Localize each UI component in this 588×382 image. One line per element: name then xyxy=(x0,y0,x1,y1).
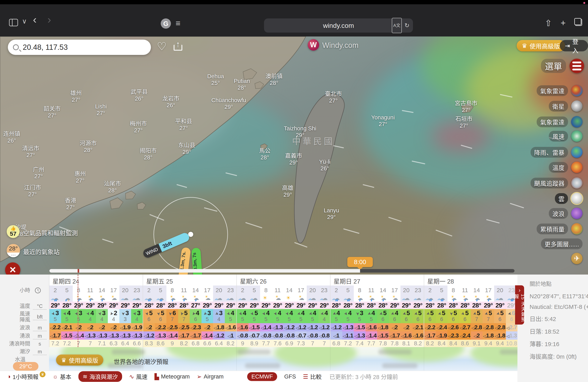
hour-cell[interactable]: 23 xyxy=(412,286,424,294)
hour-cell[interactable]: 20 xyxy=(213,286,225,294)
premium-button[interactable]: ♛ 使用高級版 xyxy=(517,40,565,51)
day-column-2[interactable]: 星期五 252581114172023☁☁☁☁☀☁☀☁☀☁☀☁☁☁☁☁28°28… xyxy=(143,274,236,347)
share-icon[interactable]: ⇧ xyxy=(545,18,552,28)
hour-cell[interactable]: 17 xyxy=(389,286,401,294)
hour-cell[interactable]: 8 xyxy=(167,286,178,294)
hour-cell[interactable]: 8 xyxy=(73,286,84,294)
forecast-table[interactable]: 星期四 242581114172023☁☁☁⚡☀☁☀☁☀☁☀☁☁☁☁☁29°28… xyxy=(49,274,517,347)
hour-cell[interactable]: 11 xyxy=(178,286,190,294)
tab-meteogram[interactable]: ▙ Meteogram xyxy=(154,373,190,380)
day-column-1[interactable]: 星期四 242581114172023☁☁☁⚡☀☁☀☁☀☁☀☁☁☁☁☁29°28… xyxy=(49,274,143,347)
hour-cell[interactable]: 11 xyxy=(84,286,96,294)
favorite-heart-icon[interactable]: ♡ xyxy=(157,40,167,53)
hour-cell[interactable]: 14 xyxy=(190,286,202,294)
hour-cell[interactable]: 20 xyxy=(494,286,506,294)
unit-wind[interactable]: bft xyxy=(33,314,47,320)
weather-station-badge[interactable]: 28° --- xyxy=(7,244,20,257)
hour-cell[interactable]: 5 xyxy=(436,286,448,294)
unit-tide[interactable]: m xyxy=(33,349,47,355)
hour-cell[interactable]: 14 xyxy=(471,286,483,294)
hour-cell[interactable]: 2 xyxy=(49,286,61,294)
hour-cell[interactable]: 23 xyxy=(225,286,237,294)
hour-cell[interactable]: 17 xyxy=(483,286,494,294)
hour-cell[interactable]: 8 xyxy=(260,286,272,294)
unit-temp[interactable]: °C xyxy=(33,303,47,310)
address-bar[interactable]: windy.com A文 ↻ xyxy=(264,19,413,33)
translate-icon[interactable]: A文 xyxy=(392,18,402,33)
layer-item-7[interactable]: 颶風追蹤器 xyxy=(531,177,583,189)
tab-basic[interactable]: ☼ 基本 xyxy=(53,372,71,381)
hour-cell[interactable]: 20 xyxy=(307,286,318,294)
layer-item-4[interactable]: 風速 xyxy=(549,130,583,142)
hour-cell[interactable]: 14 xyxy=(96,286,108,294)
day-column-5[interactable]: 星期一 282581114172023☁☁☁☁☀☁☀☁☀☁☀☁☁☁☁☁28°28… xyxy=(424,274,517,347)
forward-button[interactable]: › xyxy=(47,16,51,23)
hour-cell[interactable]: 20 xyxy=(400,286,412,294)
layer-item-6[interactable]: 溫度 xyxy=(549,161,583,174)
weather-icon-cell: ☁☁ xyxy=(494,294,506,302)
hour-cell[interactable]: 11 xyxy=(366,286,377,294)
day-column-4[interactable]: 星期日 272581114172023☁☁☁☁☀☁☀☁☀☁☀☁☁☁☁☁28°28… xyxy=(330,274,424,347)
hour-cell[interactable]: 2 xyxy=(143,286,155,294)
hour-cell[interactable]: 2 xyxy=(331,286,342,294)
sidebar-toggle-icon[interactable] xyxy=(9,19,18,26)
hour-cell[interactable]: 23 xyxy=(318,286,330,294)
search-box[interactable]: 20.48, 117.53 xyxy=(8,40,151,55)
tide-premium-button[interactable]: ♛ 使用高級版 xyxy=(56,355,103,365)
tab-wind-speed[interactable]: ∿ 風速 xyxy=(129,372,147,381)
tabs-overview-icon[interactable] xyxy=(574,18,582,26)
layer-item-3[interactable]: 氣象雷達 xyxy=(537,115,583,128)
layer-item-9[interactable]: 波浪 xyxy=(549,207,583,220)
swell-cell: ◁1.3 xyxy=(354,331,366,340)
unit-wave[interactable]: m xyxy=(33,325,47,331)
time-bubble[interactable]: 8:00 xyxy=(347,257,373,267)
hour-cell[interactable]: 20 xyxy=(119,286,131,294)
site-favicon[interactable]: G xyxy=(161,19,171,29)
model-gfs-button[interactable]: GFS xyxy=(284,373,296,380)
hour-cell[interactable]: 8 xyxy=(354,286,366,294)
hourly-forecast-toggle[interactable]: ◑ 1小時預報 ♛ xyxy=(7,372,45,381)
flight-mode-button[interactable]: ✈ xyxy=(571,252,583,265)
wind-cell: ➤56 xyxy=(143,309,155,323)
weather-map[interactable]: 雄州27°韶关市27°连州镇26°Lishi27°武平县26°龙岩市26°Deh… xyxy=(0,37,588,274)
hour-cell[interactable]: 5 xyxy=(155,286,167,294)
hour-cell[interactable]: 17 xyxy=(202,286,213,294)
back-button[interactable]: ‹ xyxy=(33,16,37,23)
layer-item-2[interactable]: 衛星 xyxy=(549,100,583,112)
hour-cell[interactable]: 2 xyxy=(424,286,436,294)
fifteen-day-forecast-tab[interactable]: › 15 天天氣預報 xyxy=(515,285,524,325)
hour-cell[interactable]: 11 xyxy=(272,286,284,294)
day-column-3[interactable]: 星期六 262581114172023☁☁☁☁☀☀☁☀☀☁☁☁☁☁29°29°2… xyxy=(236,274,330,347)
hour-cell[interactable]: 5 xyxy=(342,286,354,294)
layer-item-5[interactable]: 降雨、雷暴 xyxy=(531,146,583,158)
hour-cell[interactable]: 17 xyxy=(108,286,120,294)
menu-button[interactable]: 選單 xyxy=(504,58,584,74)
layer-item-11[interactable]: 更多圖層...... xyxy=(541,237,583,250)
hour-cell[interactable]: 5 xyxy=(61,286,73,294)
compare-button[interactable]: ☰ 比較 xyxy=(303,372,322,381)
hour-cell[interactable]: 14 xyxy=(283,286,295,294)
hour-cell[interactable]: 14 xyxy=(377,286,389,294)
hour-cell[interactable]: 8 xyxy=(447,286,459,294)
unit-swell[interactable]: m xyxy=(33,333,47,339)
tab-airgram[interactable]: ➢ Airgram xyxy=(197,373,224,380)
new-tab-icon[interactable]: + xyxy=(561,18,566,28)
timeline-slider[interactable] xyxy=(49,269,514,272)
hour-cell[interactable]: 11 xyxy=(459,286,471,294)
login-button[interactable]: ⇥ 登入 xyxy=(560,40,588,51)
hour-cell[interactable]: 17 xyxy=(295,286,307,294)
chevron-down-icon[interactable]: ∨ xyxy=(22,17,27,25)
air-quality-badge[interactable]: 👍 57 xyxy=(7,225,20,238)
reload-icon[interactable]: ↻ xyxy=(404,19,409,33)
windy-logo[interactable]: W Windy.com xyxy=(308,39,358,51)
reader-icon[interactable]: ≡ xyxy=(176,19,181,28)
layer-item-8[interactable]: 雲 xyxy=(555,192,583,205)
model-ecmwf-button[interactable]: ECMWF xyxy=(247,372,277,381)
hour-cell[interactable]: 23 xyxy=(131,286,143,294)
layer-item-10[interactable]: 累積雨量 xyxy=(537,223,583,235)
share-location-icon[interactable]: ↑ xyxy=(174,41,182,51)
tab-waves-tides[interactable]: ≋ 海浪與潮汐 xyxy=(78,371,122,382)
hour-cell[interactable]: 2 xyxy=(237,286,249,294)
layer-item-1[interactable]: 氣象雷達 xyxy=(537,84,583,97)
hour-cell[interactable]: 5 xyxy=(249,286,260,294)
